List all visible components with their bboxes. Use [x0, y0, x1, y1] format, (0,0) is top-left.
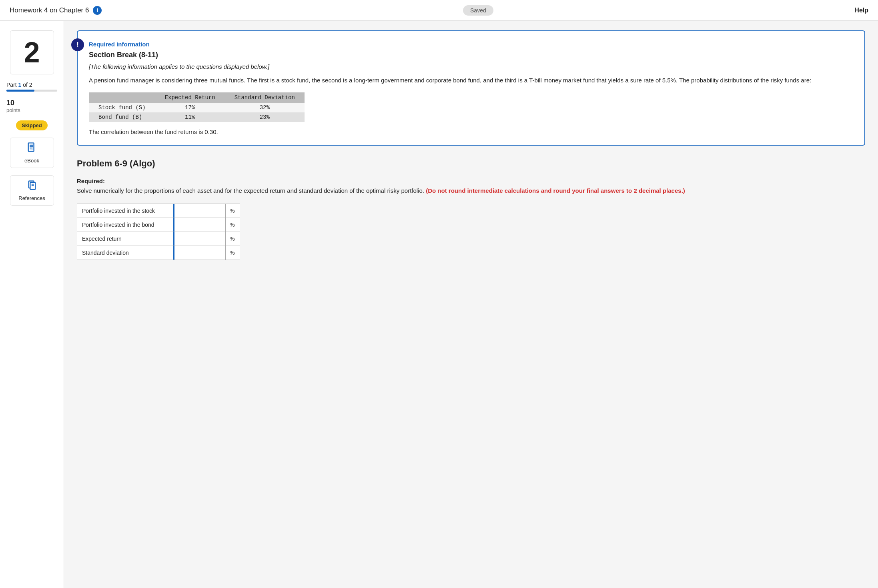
table-row-value: 23%	[225, 112, 305, 122]
page-title: Homework 4 on Chapter 6	[10, 6, 89, 14]
header: Homework 4 on Chapter 6 i Saved Help	[0, 0, 878, 21]
help-button[interactable]: Help	[854, 7, 868, 14]
references-icon	[26, 180, 38, 194]
answer-input-0[interactable]	[173, 204, 225, 218]
question-number: 2	[10, 30, 54, 74]
table-col-std-dev: Standard Deviation	[225, 92, 305, 103]
info-icon[interactable]: i	[93, 6, 102, 15]
table-row-label: Stock fund (S)	[89, 103, 155, 112]
answer-input-2[interactable]	[173, 232, 225, 246]
answer-unit: %	[226, 232, 240, 246]
table-col-name	[89, 92, 155, 103]
correlation-text: The correlation between the fund returns…	[89, 128, 853, 135]
required-info-label: Required information	[89, 41, 853, 48]
saved-badge: Saved	[463, 5, 493, 16]
table-col-expected-return: Expected Return	[155, 92, 225, 103]
table-row: Portfolio invested in the stock%	[77, 204, 240, 218]
part-label-prefix: Part	[6, 82, 18, 88]
table-row-value: 17%	[155, 103, 225, 112]
progress-bar-fill	[6, 90, 34, 92]
info-paragraph: A pension fund manager is considering th…	[89, 76, 853, 85]
answer-row-label: Expected return	[77, 232, 173, 246]
ebook-icon	[26, 142, 38, 156]
ebook-label: eBook	[24, 158, 39, 164]
header-left: Homework 4 on Chapter 6 i	[10, 6, 102, 15]
fund-table: Expected Return Standard Deviation Stock…	[89, 92, 305, 122]
answer-row-label: Standard deviation	[77, 246, 173, 260]
exclamation-icon: !	[71, 38, 84, 51]
points-label: points	[6, 107, 57, 113]
main-content: ! Required information Section Break (8-…	[64, 21, 878, 588]
points-value: 10	[6, 99, 57, 107]
section-break-title: Section Break (8-11)	[89, 51, 853, 59]
table-row-label: Bond fund (B)	[89, 112, 155, 122]
warning-text: (Do not round intermediate calculations …	[426, 187, 685, 194]
references-tool[interactable]: References	[10, 175, 54, 206]
info-box: ! Required information Section Break (8-…	[77, 30, 865, 146]
answer-unit: %	[226, 204, 240, 218]
problem-title: Problem 6-9 (Algo)	[77, 158, 865, 169]
required-text-main: Solve numerically for the proportions of…	[77, 187, 424, 194]
table-row: Portfolio invested in the bond%	[77, 218, 240, 232]
answer-row-label: Portfolio invested in the stock	[77, 204, 173, 218]
answer-unit: %	[226, 246, 240, 260]
table-row-value: 32%	[225, 103, 305, 112]
skipped-badge[interactable]: Skipped	[16, 120, 48, 130]
sidebar: 2 Part 1 of 2 10 points Skipped eBook Re…	[0, 21, 64, 588]
info-italic: [The following information applies to th…	[89, 63, 853, 70]
answer-table: Portfolio invested in the stock%Portfoli…	[77, 204, 240, 260]
part-suffix: of 2	[21, 82, 32, 88]
answer-row-label: Portfolio invested in the bond	[77, 218, 173, 232]
page-layout: 2 Part 1 of 2 10 points Skipped eBook Re…	[0, 21, 878, 588]
svg-rect-1	[30, 144, 34, 150]
references-label: References	[18, 195, 45, 201]
table-row: Expected return%	[77, 232, 240, 246]
answer-unit: %	[226, 218, 240, 232]
progress-bar	[6, 90, 57, 92]
required-text: Solve numerically for the proportions of…	[77, 186, 865, 196]
required-label: Required:	[77, 178, 865, 184]
table-row-value: 11%	[155, 112, 225, 122]
points-section: 10 points	[6, 99, 57, 113]
part-label: Part 1 of 2	[6, 82, 57, 88]
answer-input-1[interactable]	[173, 218, 225, 232]
part-info: Part 1 of 2	[6, 82, 57, 92]
table-row: Standard deviation%	[77, 246, 240, 260]
answer-input-3[interactable]	[173, 246, 225, 260]
required-section: Required: Solve numerically for the prop…	[77, 178, 865, 196]
ebook-tool[interactable]: eBook	[10, 138, 54, 168]
